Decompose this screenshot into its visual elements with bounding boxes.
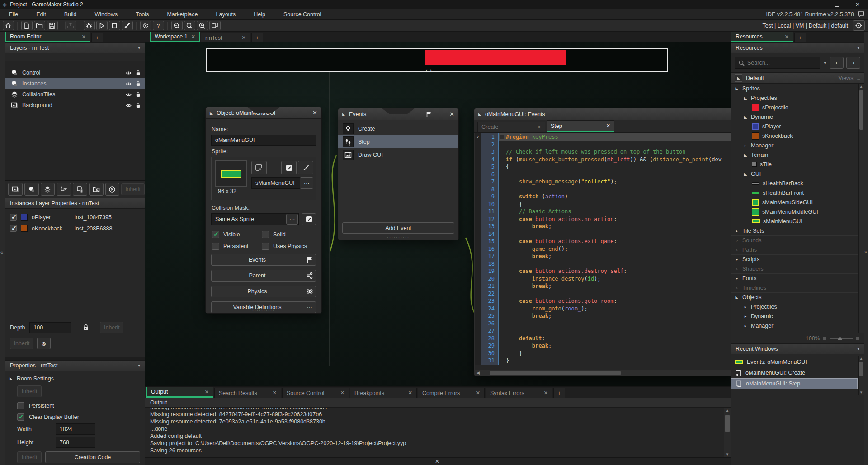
resize-grip[interactable]: ·········· [387,235,410,240]
play-icon[interactable] [96,21,108,30]
breakpoint-margin[interactable] [475,148,481,156]
fold-column[interactable] [499,253,506,260]
output-scrollbar[interactable]: ▲ ▼ [724,408,731,457]
resource-tree-root[interactable]: ◣ Default Views ≡ [731,72,864,84]
fold-column[interactable] [499,327,506,335]
layers-header[interactable]: Layers - rmTest ▾ [5,42,145,53]
close-icon[interactable]: ✕ [785,34,789,40]
visibility-eye-icon[interactable] [125,80,132,87]
fold-column[interactable] [499,148,506,156]
fold-column[interactable] [499,238,506,245]
breakpoint-margin[interactable] [475,208,481,216]
close-icon[interactable]: ✕ [435,458,439,465]
collapse-right-icon[interactable]: » [864,249,867,254]
recent-window-item[interactable]: oMainMenuGUI: Step [731,378,858,389]
tree-item-dynamic[interactable]: ◣Dynamic [731,112,864,122]
output-log[interactable]: Missing resource detected: d128995b-5065… [145,408,723,457]
triangle-closed-icon[interactable]: ▹ [743,143,748,148]
close-icon[interactable]: ✕ [82,34,86,40]
tree-item-tile-sets[interactable]: ▸Tile Sets [731,226,864,235]
fold-column[interactable] [499,245,506,253]
maximize-button[interactable] [826,0,847,9]
breakpoint-margin[interactable] [475,260,481,268]
tree-scrollbar[interactable]: ▲ [858,84,864,333]
recent-window-item[interactable]: Events: oMainMenuGUI [731,357,858,367]
sprite-preview[interactable] [215,160,247,187]
tree-item-gui[interactable]: ◣GUI [731,330,864,333]
menu-item-build[interactable]: Build [55,11,86,18]
zoom-in-end[interactable] [856,337,859,340]
scrollbar-thumb[interactable] [859,90,863,130]
tree-item-fonts[interactable]: ▸Fonts [731,273,864,283]
fold-column[interactable] [499,178,506,186]
close-icon[interactable]: ✕ [312,109,317,116]
scroll-up-icon[interactable]: ▲ [859,85,864,89]
fold-column[interactable] [499,216,506,223]
breakpoint-margin[interactable] [475,282,481,290]
visibility-eye-icon[interactable] [125,70,132,76]
triangle-closed-icon[interactable]: ▹ [735,286,739,290]
search-next-button[interactable]: › [846,57,860,69]
close-icon[interactable]: ✕ [191,34,195,40]
scrollbar-thumb[interactable] [859,362,863,376]
close-icon[interactable]: ✕ [242,35,246,41]
breakpoint-margin[interactable] [475,357,481,365]
breakpoint-margin[interactable] [475,253,481,260]
left-collapse-strip[interactable]: « [0,32,5,465]
add-tile-layer-button[interactable] [41,183,55,196]
zoom-in-icon[interactable] [197,21,208,30]
resize-grip[interactable]: ·········· [252,308,275,313]
depth-inherit-button[interactable]: Inherit [100,322,123,333]
clear-display-buffer-row[interactable]: Clear Display Buffer [17,411,140,423]
menu-item-tools[interactable]: Tools [127,11,158,18]
breakpoint-margin[interactable] [475,163,481,171]
visibility-eye-icon[interactable] [125,102,132,108]
breakpoint-margin[interactable] [475,290,481,298]
add-folder-add-button[interactable] [89,183,104,196]
tree-item-stile[interactable]: sTile [731,160,864,169]
breakpoint-margin[interactable] [475,156,481,164]
checkbox[interactable] [262,243,269,250]
tree-item-scripts[interactable]: ▸Scripts [731,254,864,264]
collapse-triangle-icon[interactable]: ◣ [478,112,481,117]
add-instances-layer-button[interactable] [24,183,39,196]
add-event-button[interactable]: Add Event [342,222,454,234]
lock-icon[interactable] [135,102,141,108]
recent-scrollbar[interactable]: ▲ ▼ [858,356,864,395]
resources-header[interactable]: Resources ▾ [731,42,864,53]
triangle-open-icon[interactable]: ◣ [743,153,748,157]
zoom-reset-icon[interactable] [184,21,195,30]
scroll-arrows[interactable]: ‹› [426,68,434,73]
clean-icon[interactable] [122,21,133,30]
visibility-eye-icon[interactable] [125,91,132,98]
checkbox-solid[interactable]: Solid [262,231,316,238]
tree-item-paths[interactable]: ▹Paths [731,245,864,254]
target-icon[interactable] [853,20,865,31]
views-menu-icon[interactable]: ≡ [857,75,860,81]
fold-column[interactable] [499,186,506,193]
code-tab-step[interactable]: Step✕ [547,120,614,132]
persistent-checkbox-row[interactable]: Persistent [17,400,140,411]
zoom-out-end[interactable] [823,337,826,340]
output-tab-syntax-errors[interactable]: Syntax Errors✕ [486,388,552,398]
collapse-left-icon[interactable]: « [0,249,3,255]
menu-item-layouts[interactable]: Layouts [207,11,245,18]
collapse-all-icon[interactable]: ◣ [735,74,742,82]
close-button[interactable]: ✕ [847,0,868,9]
fold-column[interactable] [499,305,506,313]
sprite-name-field[interactable]: sMainMenuGUI [251,177,302,189]
recent-windows-header[interactable]: Recent Windows ▾ [731,343,864,354]
close-icon[interactable]: ✕ [606,123,610,129]
inherit-button[interactable]: Inherit [10,338,33,349]
breakpoint-margin[interactable] [475,141,481,149]
tree-item-smainmenugui[interactable]: sMainMenuGUI [731,216,864,226]
file-new-icon[interactable] [21,21,33,30]
object-name-input[interactable] [211,135,316,146]
fold-column[interactable] [499,282,506,290]
minimize-button[interactable] [806,0,826,9]
parent-button[interactable]: Parent [211,270,316,282]
triangle-open-icon[interactable]: ◣ [743,172,748,176]
menu-item-marketplace[interactable]: Marketplace [158,11,207,18]
zoom-slider[interactable] [830,338,853,339]
search-prev-button[interactable]: ‹ [830,57,844,69]
